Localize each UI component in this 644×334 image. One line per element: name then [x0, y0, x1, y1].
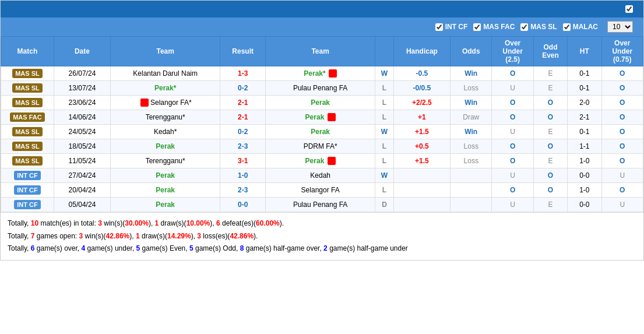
cell-date: 20/04/24 — [54, 183, 110, 198]
cell-team2: Perak — [266, 154, 375, 168]
cell-wdl: W — [375, 66, 394, 81]
cell-oe: O — [533, 139, 567, 154]
cell-ou075: O — [601, 183, 643, 198]
cell-ou25: O — [492, 66, 533, 81]
cell-ou25: O — [492, 96, 533, 110]
cell-wdl: L — [375, 110, 394, 125]
cell-match: MAS SL — [1, 139, 54, 154]
cell-ht: 0-1 — [568, 81, 601, 96]
col-team1: Team — [111, 37, 220, 66]
last-games-control: 10 5 20 30 — [604, 21, 636, 33]
cell-handicap: +1.5 — [393, 154, 450, 168]
cell-ou075: U — [601, 198, 643, 212]
cell-result: 2-1 — [220, 96, 266, 110]
cell-wdl: L — [375, 139, 394, 154]
cell-oe: O — [533, 183, 567, 198]
filter-mas-fac-label: MAS FAC — [483, 23, 515, 31]
match-badge: MAS SL — [12, 142, 43, 151]
cell-ou075: O — [601, 125, 643, 139]
cell-oe: E — [533, 198, 567, 212]
display-notes-checkbox[interactable] — [625, 5, 633, 13]
cell-date: 27/04/24 — [54, 168, 110, 183]
cell-odds: Loss — [451, 81, 492, 96]
cell-ou075: O — [601, 96, 643, 110]
cell-ou075: O — [601, 110, 643, 125]
cell-match: INT CF — [1, 168, 54, 183]
cell-date: 14/06/24 — [54, 110, 110, 125]
cell-ht: 2-0 — [568, 96, 601, 110]
filter-mas-sl-checkbox[interactable] — [520, 23, 528, 31]
col-team2: Team — [266, 37, 375, 66]
table-row: MAS SL 13/07/24 Perak*0-2Pulau Penang FA… — [1, 81, 643, 96]
cell-match: MAS FAC — [1, 110, 54, 125]
cell-team1: Perak — [111, 168, 220, 183]
cell-ou25: O — [492, 154, 533, 168]
cell-handicap: -0.5 — [393, 66, 450, 81]
cell-match: MAS SL — [1, 96, 54, 110]
cell-wdl: L — [375, 96, 394, 110]
summary-line3: Totally, 6 game(s) over, 4 game(s) under… — [8, 242, 636, 255]
cell-handicap: -0/0.5 — [393, 81, 450, 96]
cell-team1: Perak — [111, 183, 220, 198]
cell-team1: Perak — [111, 198, 220, 212]
cell-team2: Selangor FA — [266, 183, 375, 198]
match-badge: MAS SL — [12, 156, 43, 166]
cell-date: 11/05/24 — [54, 154, 110, 168]
cell-oe: E — [533, 66, 567, 81]
cell-ht: 1-0 — [568, 183, 601, 198]
cell-ou075: O — [601, 154, 643, 168]
cell-ou075: O — [601, 81, 643, 96]
cell-team1: Perak — [111, 139, 220, 154]
cell-oe: E — [533, 125, 567, 139]
cell-ou075: O — [601, 139, 643, 154]
cell-ht: 0-0 — [568, 168, 601, 183]
cell-team2: Pulau Penang FA — [266, 81, 375, 96]
cell-match: MAS SL — [1, 154, 54, 168]
cell-oe: O — [533, 110, 567, 125]
summary-section: Totally, 10 match(es) in total: 3 win(s)… — [1, 212, 643, 260]
table-row: INT CF 20/04/24 Perak2-3Selangor FALOO1-… — [1, 183, 643, 198]
cell-handicap: +1 — [393, 110, 450, 125]
match-badge: INT CF — [14, 171, 40, 180]
cell-team1: Kelantan Darul Naim — [111, 66, 220, 81]
table-row: MAS FAC 14/06/24 Terengganu*2-1Perak L+1… — [1, 110, 643, 125]
cell-ou25: U — [492, 81, 533, 96]
cell-ou075: O — [601, 66, 643, 81]
cell-result: 0-0 — [220, 198, 266, 212]
filter-mas-fac-checkbox[interactable] — [473, 23, 481, 31]
col-wdl — [375, 37, 394, 66]
col-match: Match — [1, 37, 54, 66]
filter-int-cf-label: INT CF — [445, 23, 468, 31]
cell-odds: Win — [451, 96, 492, 110]
cell-match: MAS SL — [1, 125, 54, 139]
filter-mas-sl: MAS SL — [520, 23, 557, 31]
red-card-icon — [328, 157, 336, 165]
cell-match: INT CF — [1, 183, 54, 198]
last-games-select[interactable]: 10 5 20 30 — [607, 21, 633, 33]
filters-bar: INT CF MAS FAC MAS SL MALAC 10 5 20 30 — [1, 17, 643, 36]
cell-wdl: L — [375, 183, 394, 198]
red-card-icon — [329, 69, 337, 78]
cell-result: 0-2 — [220, 81, 266, 96]
table-row: MAS SL 26/07/24 Kelantan Darul Naim1-3Pe… — [1, 66, 643, 81]
cell-ht: 0-1 — [568, 125, 601, 139]
cell-ht: 1-0 — [568, 154, 601, 168]
cell-match: MAS SL — [1, 66, 54, 81]
cell-handicap: +1.5 — [393, 125, 450, 139]
cell-handicap: +2/2.5 — [393, 96, 450, 110]
cell-ht: 1-1 — [568, 139, 601, 154]
cell-ou25: O — [492, 110, 533, 125]
table-row: INT CF 05/04/24 Perak0-0Pulau Penang FAD… — [1, 198, 643, 212]
table-row: MAS SL 11/05/24 Terengganu*3-1Perak L+1.… — [1, 154, 643, 168]
filter-int-cf-checkbox[interactable] — [435, 23, 443, 31]
cell-team1: Terengganu* — [111, 154, 220, 168]
cell-oe: O — [533, 168, 567, 183]
filter-malac-checkbox[interactable] — [563, 23, 571, 31]
cell-team2: Perak — [266, 96, 375, 110]
cell-odds: Loss — [451, 139, 492, 154]
col-result: Result — [220, 37, 266, 66]
match-badge: MAS SL — [12, 69, 43, 78]
cell-date: 05/04/24 — [54, 198, 110, 212]
red-card-icon — [140, 99, 149, 107]
filter-malac: MALAC — [563, 23, 598, 31]
